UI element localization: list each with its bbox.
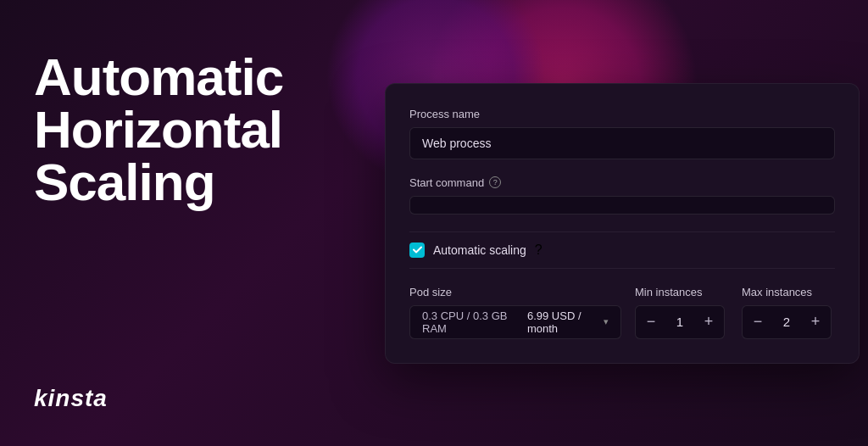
min-instances-decrement-button[interactable]: − bbox=[636, 305, 666, 339]
pod-spec: 0.3 CPU / 0.3 GB RAM bbox=[422, 309, 520, 335]
headline-line1: Automatic bbox=[34, 47, 283, 106]
scaling-row: Pod size 0.3 CPU / 0.3 GB RAM 6.99 USD /… bbox=[409, 286, 835, 339]
start-command-group: Start command ? bbox=[409, 176, 835, 215]
headline-line2: Horizontal bbox=[34, 100, 282, 159]
pod-size-group: Pod size 0.3 CPU / 0.3 GB RAM 6.99 USD /… bbox=[409, 286, 621, 339]
headline-text: Automatic Horizontal Scaling bbox=[34, 51, 339, 209]
pod-price: 6.99 USD / month bbox=[527, 309, 604, 335]
automatic-scaling-label: Automatic scaling bbox=[433, 243, 526, 257]
pod-size-label: Pod size bbox=[409, 286, 621, 298]
pod-dropdown-left: 0.3 CPU / 0.3 GB RAM 6.99 USD / month bbox=[422, 309, 604, 335]
start-command-info-icon[interactable]: ? bbox=[489, 176, 501, 188]
min-instances-label: Min instances bbox=[635, 286, 702, 298]
min-instances-group: Min instances − 1 + bbox=[635, 286, 728, 339]
max-instances-stepper: − 2 + bbox=[742, 305, 832, 339]
start-command-label: Start command ? bbox=[409, 176, 835, 189]
max-instances-label: Max instances bbox=[742, 286, 812, 298]
settings-card: Process name Web process Start command ?… bbox=[385, 83, 860, 364]
automatic-scaling-checkbox[interactable] bbox=[409, 243, 425, 258]
right-section: Process name Web process Start command ?… bbox=[368, 0, 868, 446]
headline-line3: Scaling bbox=[34, 153, 215, 211]
pod-size-dropdown[interactable]: 0.3 CPU / 0.3 GB RAM 6.99 USD / month ▾ bbox=[409, 305, 621, 339]
left-section: Automatic Horizontal Scaling kinsta bbox=[0, 0, 373, 446]
automatic-scaling-row: Automatic scaling ? bbox=[409, 231, 835, 269]
chevron-down-icon: ▾ bbox=[604, 316, 609, 327]
max-instances-value: 2 bbox=[773, 315, 800, 329]
start-command-input[interactable] bbox=[409, 196, 835, 215]
automatic-scaling-info-icon[interactable]: ? bbox=[535, 243, 542, 258]
max-instances-group: Max instances − 2 + bbox=[742, 286, 835, 339]
min-instances-increment-button[interactable]: + bbox=[693, 305, 724, 339]
process-name-label: Process name bbox=[409, 108, 835, 120]
max-instances-increment-button[interactable]: + bbox=[800, 305, 831, 339]
process-name-input[interactable]: Web process bbox=[409, 127, 835, 159]
max-instances-decrement-button[interactable]: − bbox=[743, 305, 773, 339]
process-name-group: Process name Web process bbox=[409, 108, 835, 159]
min-instances-value: 1 bbox=[666, 315, 693, 329]
headline: Automatic Horizontal Scaling bbox=[34, 51, 339, 209]
logo: kinsta bbox=[34, 385, 339, 412]
min-instances-stepper: − 1 + bbox=[635, 305, 725, 339]
